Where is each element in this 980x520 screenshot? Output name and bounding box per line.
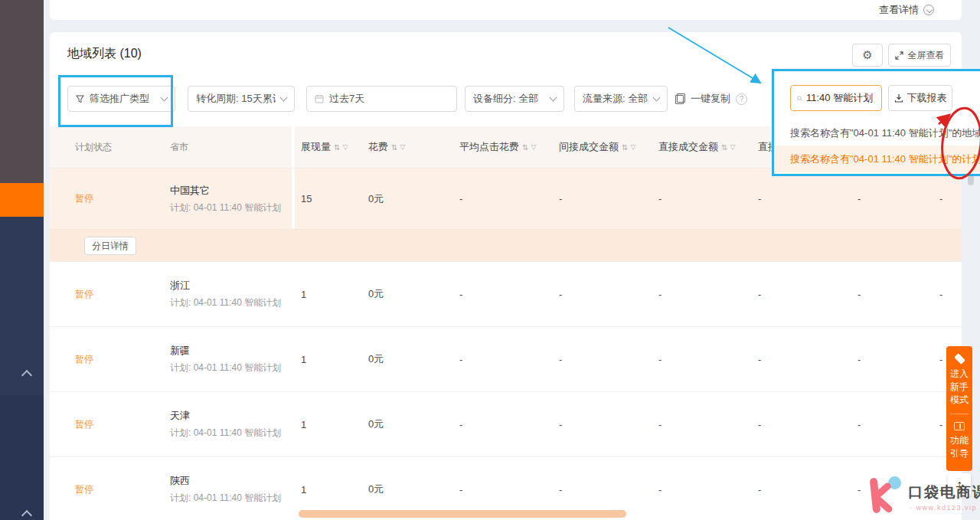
cell-value: - [851, 392, 933, 456]
filter-funnel-icon[interactable]: ▽ [342, 143, 348, 151]
table-row[interactable]: 暂停 新疆计划: 04-01 11:40 智能计划 1 0元 - - - - -… [50, 327, 962, 392]
book-icon [954, 422, 965, 430]
cell-cost: 0元 [362, 327, 453, 391]
sidebar-collapse-up-icon-2[interactable] [21, 510, 32, 520]
settings-button[interactable]: ⚙ [852, 44, 883, 67]
cell-value: - [453, 262, 553, 326]
copy-icon [675, 93, 685, 104]
filter-funnel-icon[interactable]: ▽ [730, 143, 735, 151]
filter-date-range[interactable]: 过去7天 [306, 86, 457, 112]
cell-value: - [752, 262, 851, 326]
search-suggestion-region[interactable]: 搜索名称含有"04-01 11:40 智能计划"的地域 [774, 120, 980, 146]
daily-detail-button[interactable]: 分日详情 [84, 237, 136, 255]
cell-value: - [652, 457, 752, 520]
table-row[interactable]: 暂停 天津计划: 04-01 11:40 智能计划 1 0元 - - - - -… [50, 392, 962, 457]
cell-value: - [851, 168, 933, 229]
cell-value: - [752, 392, 851, 456]
cell-value: - [553, 327, 652, 391]
cell-value: - [453, 168, 553, 229]
one-click-copy-button[interactable]: 一键复制 ? [675, 86, 747, 112]
sidebar-segment-bottom [0, 395, 44, 520]
status-badge: 暂停 [75, 483, 93, 496]
plan-name: 计划: 04-01 11:40 智能计划 [170, 296, 281, 309]
cell-value: - [453, 327, 553, 391]
feature-guide-label: 功能引导 [949, 434, 969, 460]
status-badge: 暂停 [75, 288, 93, 301]
cell-value: - [752, 327, 851, 391]
filter-funnel-icon[interactable]: ▽ [400, 143, 405, 151]
cell-cost: 0元 [362, 262, 453, 326]
feature-guide-button[interactable]: 功能引导 [949, 414, 969, 460]
calendar-icon [315, 94, 324, 103]
plan-name: 计划: 04-01 11:40 智能计划 [170, 201, 281, 214]
cell-cost: 0元 [362, 392, 453, 456]
help-icon[interactable]: ? [736, 93, 747, 105]
newbie-mode-button[interactable]: 进入新手模式 [949, 346, 969, 407]
header-cost[interactable]: 花费⇅▽ [362, 126, 453, 168]
status-badge: 暂停 [75, 418, 93, 431]
cell-value: - [652, 262, 752, 326]
search-overlay-panel: 下载报表 搜索名称含有"04-01 11:40 智能计划"的地域 搜索名称含有"… [772, 69, 980, 176]
sidebar-collapse-up-icon[interactable] [21, 370, 32, 381]
region-name: 浙江 [170, 279, 281, 293]
search-input[interactable] [806, 93, 875, 104]
cell-value: - [553, 168, 652, 229]
sort-icon[interactable]: ⇅ [391, 143, 397, 152]
chevron-down-icon [550, 94, 557, 102]
region-name: 陕西 [170, 474, 281, 488]
cell-value: - [553, 262, 652, 326]
filter-traffic-source-label: 流量来源: 全部 [583, 92, 648, 106]
table-row[interactable]: 暂停 浙江计划: 04-01 11:40 智能计划 1 0元 - - - - -… [50, 262, 962, 327]
gear-icon: ⚙ [862, 48, 872, 62]
header-indirect-amount[interactable]: 间接成交金额⇅▽ [553, 126, 652, 168]
filter-device-label: 设备细分: 全部 [473, 92, 545, 106]
floating-panel: 进入新手模式 功能引导 [946, 346, 972, 471]
filter-promo-type[interactable]: 筛选推广类型 [67, 86, 175, 112]
header-impressions[interactable]: 展现量⇅▽ [295, 126, 362, 168]
filter-device[interactable]: 设备细分: 全部 [465, 86, 564, 112]
view-details-label: 查看详情 [879, 3, 919, 17]
header-region: 省市 [145, 126, 292, 168]
newbie-mode-label: 进入新手模式 [949, 368, 969, 407]
header-direct-amount[interactable]: 直接成交金额⇅▽ [652, 126, 752, 168]
plan-name: 计划: 04-01 11:40 智能计划 [170, 492, 281, 505]
view-details-button[interactable]: 查看详情 [879, 3, 934, 17]
cell-value: - [752, 168, 851, 229]
region-name: 新疆 [170, 344, 281, 358]
download-report-button[interactable]: 下载报表 [888, 85, 952, 111]
cell-cost: 0元 [362, 168, 453, 229]
download-report-label: 下载报表 [907, 91, 947, 105]
filter-funnel-icon[interactable]: ▽ [630, 143, 635, 151]
cell-impressions: 1 [295, 262, 362, 326]
cell-impressions: 1 [295, 327, 362, 391]
sort-icon[interactable]: ⇅ [334, 143, 340, 152]
brand-logo-icon [867, 476, 906, 516]
one-click-copy-label: 一键复制 [691, 92, 730, 106]
cell-value: - [453, 392, 553, 456]
filter-traffic-source[interactable]: 流量来源: 全部 [574, 86, 668, 112]
cell-impressions: 1 [295, 392, 362, 456]
table-row[interactable]: 暂停 中国其它计划: 04-01 11:40 智能计划 15 0元 - - - … [50, 168, 962, 230]
sort-icon[interactable]: ⇅ [522, 143, 528, 152]
sidebar-active-item[interactable] [0, 183, 44, 217]
chevron-down-icon [161, 94, 168, 102]
plan-name: 计划: 04-01 11:40 智能计划 [170, 361, 281, 374]
chevron-down-icon [280, 94, 288, 102]
filter-funnel-icon[interactable]: ▽ [531, 143, 536, 151]
status-badge: 暂停 [75, 353, 93, 366]
page-root: 查看详情 地域列表 (10) ⚙ 全屏查看 筛选推广类型 转化周期: 15天累计… [0, 0, 980, 520]
region-name: 天津 [170, 409, 281, 423]
header-avg-click-cost[interactable]: 平均点击花费⇅▽ [453, 126, 553, 168]
filter-conversion-cycle[interactable]: 转化周期: 15天累计... [188, 86, 295, 112]
table-subrow: 分日详情 [50, 230, 962, 262]
horizontal-scrollbar-thumb[interactable] [299, 510, 626, 518]
sort-icon[interactable]: ⇅ [721, 143, 727, 152]
search-suggestion-plan[interactable]: 搜索名称含有"04-01 11:40 智能计划"的计划 [774, 146, 980, 172]
sort-icon[interactable]: ⇅ [622, 143, 628, 152]
region-name: 中国其它 [170, 184, 281, 198]
sidebar-segment-top [0, 0, 44, 183]
chevron-down-icon [653, 94, 661, 102]
fullscreen-label: 全屏查看 [908, 49, 945, 62]
fullscreen-button[interactable]: 全屏查看 [888, 44, 951, 67]
plan-name: 计划: 04-01 11:40 智能计划 [170, 427, 281, 440]
